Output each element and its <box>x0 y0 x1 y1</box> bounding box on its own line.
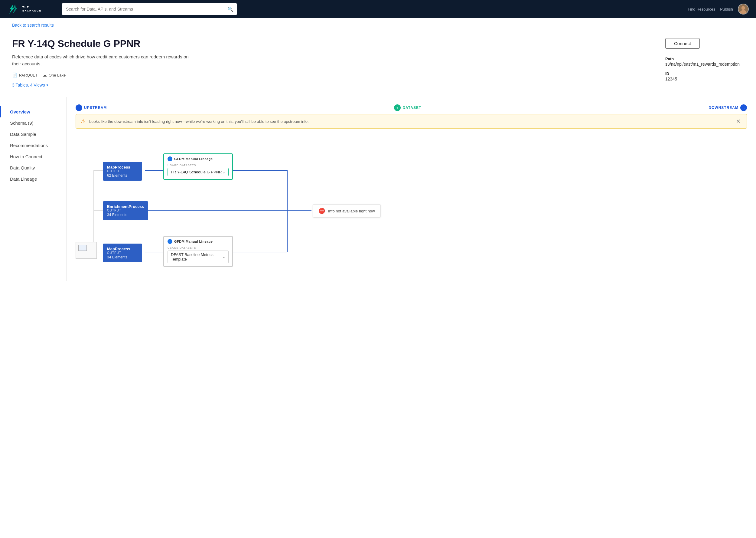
storage-label: One Lake <box>49 73 66 78</box>
svg-point-3 <box>740 10 746 14</box>
path-section: Path s3/na/npi/east/m1_rewards_redemptio… <box>665 57 744 67</box>
process-box-title-1: MapProcess <box>107 165 138 169</box>
gfdm-header-2: i GFDM Manual Lineage <box>164 237 232 245</box>
logo-text: THE EXCHANGE <box>23 6 41 12</box>
sidebar-item-schema[interactable]: Schema (9) <box>0 117 66 129</box>
warning-text: Looks like the downstream info isn't loa… <box>89 119 731 124</box>
sidebar-item-how-to-connect[interactable]: How to Connect <box>0 151 66 162</box>
gfdm-dataset-name-2: DFAST Baseline Metrics Template <box>171 252 222 261</box>
lineage-nav: ← UPSTREAM + DATASET DOWNSTREAM → <box>75 104 747 111</box>
svg-point-2 <box>741 6 745 10</box>
search-input[interactable] <box>62 3 237 15</box>
gfdm-title-1: GFDM Manual Lineage <box>174 157 213 161</box>
content-area: Overview Schema (9) Data Sample Recommen… <box>0 97 756 281</box>
dataset-meta: Connect Path s3/na/npi/east/m1_rewards_r… <box>665 38 744 81</box>
id-label: ID <box>665 72 744 76</box>
id-section: ID 12345 <box>665 72 744 81</box>
upstream-nav[interactable]: ← UPSTREAM <box>75 104 107 111</box>
process-box-map2[interactable]: MapProcess OUTPUT 34 Elements <box>103 243 142 262</box>
warning-close-button[interactable]: ✕ <box>735 118 742 125</box>
minimap <box>75 242 97 259</box>
gfdm-info-icon-2: i <box>167 239 172 244</box>
downstream-label: DOWNSTREAM <box>709 106 738 110</box>
format-tag: 📄 PARQUET <box>12 73 38 78</box>
dataset-tags: 📄 PARQUET ☁ One Lake <box>12 73 653 78</box>
search-icon: 🔍 <box>227 6 233 12</box>
sidebar-item-data-lineage[interactable]: Data Lineage <box>0 173 66 185</box>
gfdm-dataset-name-1: FR Y-14Q Schedule G PPNR <box>171 170 222 174</box>
path-value: s3/na/npi/east/m1_rewards_redemption <box>665 62 744 67</box>
sidebar-item-data-quality[interactable]: Data Quality <box>0 162 66 173</box>
search-bar: 🔍 <box>62 3 237 15</box>
cloud-icon: ☁ <box>43 73 47 78</box>
upstream-icon: ← <box>75 104 82 111</box>
process-box-title-2: EnrichmentProcess <box>107 204 144 209</box>
process-box-count-1: 62 Elements <box>107 173 138 178</box>
lineage-area: ← UPSTREAM + DATASET DOWNSTREAM → ⚠ Look… <box>67 97 756 281</box>
path-label: Path <box>665 57 744 61</box>
gfdm-title-2: GFDM Manual Lineage <box>174 240 213 243</box>
process-box-output-label-1: OUTPUT <box>107 169 138 173</box>
process-box-map1[interactable]: MapProcess OUTPUT 62 Elements <box>103 162 142 181</box>
unavailable-icon: ⛔ <box>318 208 325 214</box>
logo: THE EXCHANGE <box>7 3 56 15</box>
gfdm-body-1: USAGE DATASETS FR Y-14Q Schedule G PPNR … <box>164 162 232 179</box>
header: THE EXCHANGE 🔍 Find Resources Publish <box>0 0 756 18</box>
sidebar-item-data-sample[interactable]: Data Sample <box>0 129 66 140</box>
dataset-icon: + <box>394 104 401 111</box>
storage-tag: ☁ One Lake <box>43 73 66 78</box>
sidebar-item-recommendations[interactable]: Recommendations <box>0 140 66 151</box>
lineage-graph: MapProcess OUTPUT 62 Elements Enrichment… <box>75 134 747 274</box>
tables-views-link[interactable]: 3 Tables, 4 Views > <box>12 82 49 87</box>
header-right: Find Resources Publish <box>688 4 749 15</box>
gfdm-card-1[interactable]: i GFDM Manual Lineage USAGE DATASETS FR … <box>163 153 233 180</box>
chevron-down-icon-1: ⌄ <box>222 170 225 174</box>
avatar[interactable] <box>738 4 749 15</box>
svg-marker-1 <box>13 4 18 14</box>
dataset-info: FR Y-14Q Schedule G PPNR Reference data … <box>12 38 653 88</box>
chevron-down-icon-2: ⌄ <box>222 255 225 259</box>
page-body: Back to search results FR Y-14Q Schedule… <box>0 18 756 538</box>
nav-find-resources[interactable]: Find Resources <box>688 7 715 12</box>
process-box-count-2: 34 Elements <box>107 213 144 217</box>
downstream-nav[interactable]: DOWNSTREAM → <box>709 104 747 111</box>
gfdm-usage-label-1: USAGE DATASETS <box>167 164 229 167</box>
nav-publish[interactable]: Publish <box>720 7 733 12</box>
gfdm-usage-label-2: USAGE DATASETS <box>167 246 229 249</box>
dataset-description: Reference data of codes which drive how … <box>12 54 194 67</box>
sidebar: Overview Schema (9) Data Sample Recommen… <box>0 97 67 281</box>
dataset-title: FR Y-14Q Schedule G PPNR <box>12 38 653 49</box>
connect-button[interactable]: Connect <box>665 38 700 49</box>
format-label: PARQUET <box>19 73 38 78</box>
unavailable-text: Info not available right now <box>328 209 375 213</box>
upstream-label: UPSTREAM <box>84 106 107 110</box>
downstream-icon: → <box>740 104 747 111</box>
process-box-output-label-2: OUTPUT <box>107 209 144 212</box>
gfdm-dropdown-2[interactable]: DFAST Baseline Metrics Template ⌄ <box>167 250 229 263</box>
process-box-title-3: MapProcess <box>107 246 138 251</box>
dataset-header: FR Y-14Q Schedule G PPNR Reference data … <box>0 32 756 97</box>
warning-icon: ⚠ <box>81 118 86 125</box>
parquet-icon: 📄 <box>12 73 17 78</box>
gfdm-header-1: i GFDM Manual Lineage <box>164 154 232 162</box>
sidebar-item-overview[interactable]: Overview <box>0 106 66 117</box>
back-to-search-link[interactable]: Back to search results <box>12 23 54 27</box>
process-box-enrichment[interactable]: EnrichmentProcess OUTPUT 34 Elements <box>103 201 148 220</box>
id-value: 12345 <box>665 77 744 81</box>
dataset-nav-label: DATASET <box>402 106 421 110</box>
dataset-nav[interactable]: + DATASET <box>394 104 421 111</box>
info-unavailable: ⛔ Info not available right now <box>313 204 381 218</box>
gfdm-info-icon-1: i <box>167 156 172 161</box>
process-box-output-label-3: OUTPUT <box>107 251 138 254</box>
process-box-count-3: 34 Elements <box>107 255 138 259</box>
gfdm-body-2: USAGE DATASETS DFAST Baseline Metrics Te… <box>164 245 232 266</box>
minimap-viewport <box>78 245 87 251</box>
warning-banner: ⚠ Looks like the downstream info isn't l… <box>75 114 747 129</box>
gfdm-dropdown-1[interactable]: FR Y-14Q Schedule G PPNR ⌄ <box>167 168 229 176</box>
breadcrumb: Back to search results <box>0 18 756 32</box>
exchange-logo-icon <box>7 3 19 15</box>
gfdm-card-2[interactable]: i GFDM Manual Lineage USAGE DATASETS DFA… <box>163 236 233 267</box>
